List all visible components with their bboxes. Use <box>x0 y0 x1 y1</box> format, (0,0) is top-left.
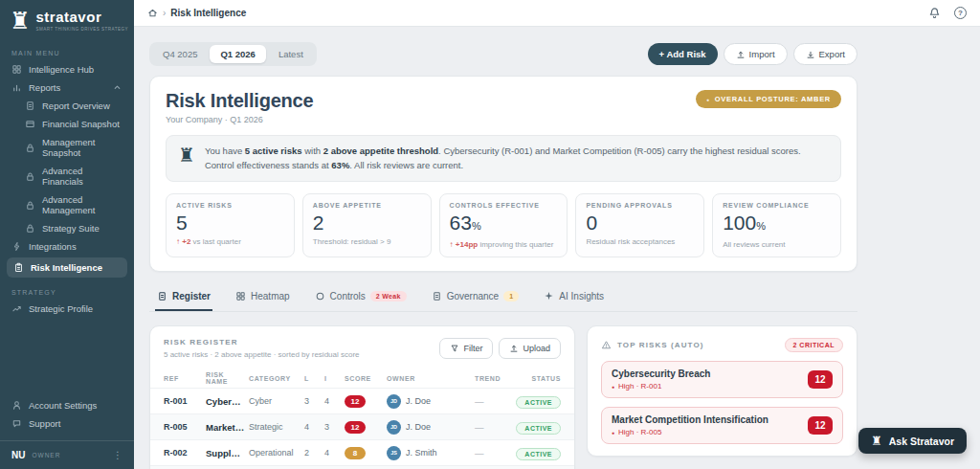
page-subtitle: Your Company · Q1 2026 <box>166 115 313 124</box>
governance-badge: 1 <box>503 291 519 302</box>
add-risk-button[interactable]: + Add Risk <box>648 43 718 65</box>
tab-register[interactable]: Register <box>155 285 212 311</box>
user-initials: NU <box>11 450 25 460</box>
top-risk-item[interactable]: Market Competition Intensification ●High… <box>601 407 843 444</box>
chat-icon <box>11 418 22 429</box>
document-icon <box>432 291 442 302</box>
user-icon <box>11 400 22 411</box>
bar-chart-icon <box>11 82 22 93</box>
avatar: JS <box>387 446 401 460</box>
sidebar-item-label: Strategy Suite <box>42 223 100 234</box>
top-risks-card: TOP RISKS (AUTO) 2 CRITICAL Cybersecurit… <box>587 325 858 457</box>
toolbar: Q4 2025 Q1 2026 Latest + Add Risk Import… <box>149 42 858 66</box>
top-risk-item[interactable]: Cybersecurity Breach ●High · R-001 12 <box>601 361 843 398</box>
user-footer: NU OWNER ⋮ <box>0 440 134 469</box>
sidebar-item-strategy-suite[interactable]: Strategy Suite <box>0 219 134 237</box>
rook-icon: ♜ <box>871 435 882 447</box>
overall-posture-badge: ● OVERALL POSTURE: AMBER <box>696 90 841 108</box>
sidebar-item-label: Advanced Financials <box>42 166 122 187</box>
tab-heatmap[interactable]: Heatmap <box>234 285 292 311</box>
download-icon <box>806 50 815 59</box>
sidebar-item-advanced-management[interactable]: Advanced Management <box>0 190 134 219</box>
card-icon <box>25 119 35 129</box>
sidebar-item-report-overview[interactable]: Report Overview <box>0 97 134 115</box>
sidebar-item-reports[interactable]: Reports <box>0 78 134 97</box>
risk-register-card: RISK REGISTER 5 active risks · 2 above a… <box>149 325 575 469</box>
sidebar-item-management-snapshot[interactable]: Management Snapshot <box>0 133 134 162</box>
tab-ai-insights[interactable]: AI Insights <box>542 285 606 311</box>
warning-icon <box>601 340 612 350</box>
circle-icon <box>315 291 325 302</box>
kpi-value: 100% <box>723 212 831 237</box>
risk-score-badge: 12 <box>808 416 833 435</box>
lock-icon <box>25 200 35 211</box>
sidebar-item-integrations[interactable]: Integrations <box>0 237 134 256</box>
dot-icon: ● <box>706 97 710 102</box>
sidebar-item-advanced-financials[interactable]: Advanced Financials <box>0 162 134 190</box>
kpi-value: 2 <box>313 212 421 234</box>
score-badge: 8 <box>345 447 366 459</box>
tab-controls[interactable]: Controls 2 Weak <box>313 285 409 311</box>
tab-governance[interactable]: Governance 1 <box>430 285 522 311</box>
status-badge: ACTIVE <box>516 422 561 435</box>
table-header: REFRISK NAMECATEGORYLISCOREOWNERTRENDSTA… <box>150 368 574 388</box>
sidebar-item-intelligence-hub[interactable]: Intelligence Hub <box>0 60 134 78</box>
sidebar-item-label: Financial Snapshot <box>42 119 120 129</box>
sidebar-spacer <box>0 318 134 396</box>
chip-latest[interactable]: Latest <box>268 45 314 63</box>
chip-q4-2025[interactable]: Q4 2025 <box>152 45 208 63</box>
dot-icon: ● <box>612 384 614 390</box>
critical-count-badge: 2 CRITICAL <box>785 338 844 352</box>
chevron-up-icon <box>112 82 122 93</box>
kpi-above-appetite: ABOVE APPETITE 2 Threshold: residual > 9 <box>302 193 432 257</box>
table-row[interactable]: R-005 Market Competition Intensification… <box>150 413 574 439</box>
upload-button[interactable]: Upload <box>499 338 561 359</box>
home-icon[interactable] <box>147 8 158 18</box>
filter-button[interactable]: Filter <box>439 338 493 359</box>
user-role-badge: OWNER <box>32 452 60 458</box>
sidebar-item-strategic-profile[interactable]: Strategic Profile <box>0 300 134 318</box>
lock-icon <box>25 171 35 182</box>
rook-icon: ♜ <box>178 145 195 166</box>
register-title: RISK REGISTER <box>164 338 360 346</box>
breadcrumb: › Risk Intelligence <box>147 8 246 18</box>
ask-stratavor-button[interactable]: ♜ Ask Stratavor <box>858 428 967 454</box>
kebab-menu-icon[interactable]: ⋮ <box>113 450 122 460</box>
sidebar-item-financial-snapshot[interactable]: Financial Snapshot <box>0 115 134 133</box>
kpi-value: 5 <box>176 212 284 234</box>
table-row[interactable]: R-001 Cybersecurity Breach Cyber 3 4 12 … <box>150 388 574 413</box>
breadcrumb-current: Risk Intelligence <box>170 8 246 18</box>
score-badge: 12 <box>345 421 366 434</box>
grid-icon <box>235 291 246 302</box>
kpi-controls-effective: CONTROLS EFFECTIVE 63% ↑ +14pp improving… <box>439 193 568 257</box>
sidebar-item-label: Support <box>29 418 60 429</box>
sidebar-item-label: Management Snapshot <box>42 137 122 158</box>
clipboard-icon <box>13 262 24 273</box>
period-chip-group: Q4 2025 Q1 2026 Latest <box>149 42 317 66</box>
hero-card: Risk Intelligence Your Company · Q1 2026… <box>149 76 858 272</box>
table-row[interactable]: R-003 Regulatory Compliance Gap Complian… <box>150 465 574 469</box>
help-icon[interactable]: ? <box>954 7 967 19</box>
section-label-main-menu: MAIN MENU <box>0 40 134 60</box>
status-badge: ACTIVE <box>516 396 561 409</box>
export-button[interactable]: Export <box>793 43 858 65</box>
sidebar-item-risk-intelligence[interactable]: Risk Intelligence <box>7 257 127 278</box>
sidebar-item-support[interactable]: Support <box>0 414 134 433</box>
sidebar-item-account-settings[interactable]: Account Settings <box>0 396 134 414</box>
content: Q4 2025 Q1 2026 Latest + Add Risk Import… <box>134 27 858 469</box>
sidebar-item-label: Integrations <box>29 241 77 252</box>
import-button[interactable]: Import <box>724 43 788 65</box>
table-row[interactable]: R-002 Supply Chain Disruption Operationa… <box>150 439 574 465</box>
sidebar-item-label: Advanced Management <box>42 194 122 215</box>
chip-q1-2026[interactable]: Q1 2026 <box>210 45 265 63</box>
sparkle-icon <box>544 291 554 302</box>
sidebar-item-label: Strategic Profile <box>29 303 93 314</box>
upload-icon <box>736 50 746 59</box>
upload-icon <box>509 344 519 353</box>
risk-score-badge: 12 <box>808 370 833 389</box>
brand-tagline: SMART THINKING DRIVES STRATEGY <box>36 27 128 32</box>
kpi-pending-approvals: PENDING APPROVALS 0 Residual risk accept… <box>575 193 704 257</box>
bell-icon[interactable] <box>928 7 941 19</box>
grid-icon <box>11 64 22 75</box>
page-title: Risk Intelligence <box>166 90 313 112</box>
